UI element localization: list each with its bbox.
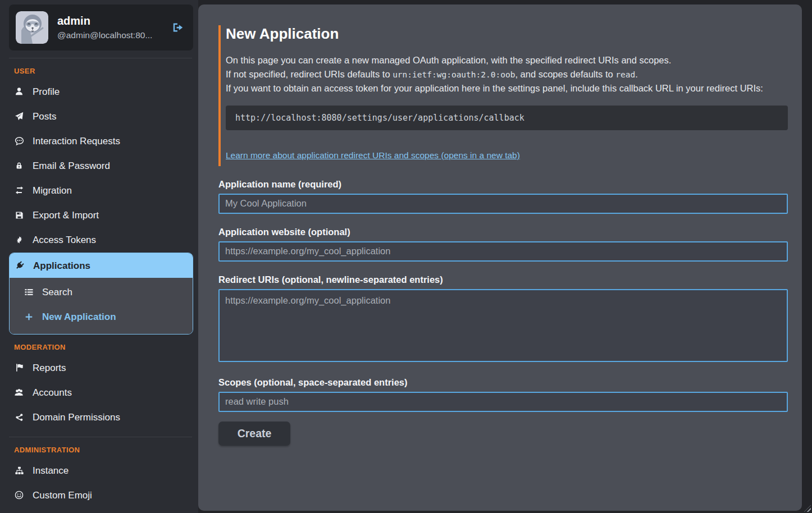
sidebar-item-label: Domain Permissions <box>33 411 120 423</box>
sidebar-item-accounts[interactable]: Accounts <box>9 380 193 405</box>
scopes-label: Scopes (optional, space-separated entrie… <box>218 377 788 388</box>
submenu-item-new-application[interactable]: New Application <box>10 304 193 329</box>
applications-submenu: Search New Application <box>10 278 193 334</box>
right-left-arrows-icon <box>14 186 24 195</box>
intro-line3: If you want to obtain an access token fo… <box>226 81 788 95</box>
page-title: New Application <box>226 25 788 43</box>
redirect-uris-textarea[interactable] <box>218 289 788 362</box>
sitemap-icon <box>14 466 24 475</box>
sidebar-item-label: Custom Emoji <box>33 489 92 501</box>
sidebar-item-email-password[interactable]: Email & Password <box>9 153 193 178</box>
user-handle: @admin@localhost:80... <box>57 30 152 40</box>
face-smile-icon <box>14 491 24 500</box>
submenu-item-search[interactable]: Search <box>10 280 193 304</box>
username: admin <box>57 15 152 28</box>
sidebar-item-label: Posts <box>33 111 57 122</box>
sidebar-item-access-tokens[interactable]: Access Tokens <box>9 227 193 252</box>
sidebar-item-label: Reports <box>33 362 66 374</box>
sidebar-item-posts[interactable]: Posts <box>9 104 193 129</box>
section-header-administration: ADMINISTRATION <box>14 446 193 454</box>
floppy-disk-icon <box>14 211 24 219</box>
sidebar-divider <box>9 437 192 437</box>
intro-line2-text: . <box>635 69 638 79</box>
submenu-item-label: Search <box>42 286 72 298</box>
learn-more-link[interactable]: Learn more about application redirect UR… <box>226 150 520 161</box>
lock-icon <box>14 161 24 170</box>
sidebar-item-profile[interactable]: Profile <box>9 79 193 104</box>
avatar <box>16 11 48 44</box>
list-icon <box>24 288 34 296</box>
sidebar-item-applications[interactable]: Applications <box>10 253 193 278</box>
section-header-moderation: MODERATION <box>14 343 193 351</box>
redirect-uris-label: Redirect URIs (optional, newline-separat… <box>218 274 788 285</box>
sidebar-item-label: Interaction Requests <box>33 135 120 147</box>
intro-line2-text: , and scopes defaults to <box>515 69 615 79</box>
intro-line2-text: If not specified, redirect URIs defaults… <box>226 69 393 79</box>
new-application-form: Application name (required) Application … <box>218 179 788 446</box>
sidebar-item-label: Access Tokens <box>33 234 96 246</box>
users-icon <box>14 388 24 397</box>
callback-url-box: http://localhost:8080/settings/user/appl… <box>226 106 788 130</box>
sidebar-item-label: Migration <box>33 185 72 196</box>
new-application-intro: New Application On this page you can cre… <box>218 25 788 166</box>
sidebar-item-reports[interactable]: Reports <box>9 355 193 380</box>
settings-sidebar: admin @admin@localhost:80... USER Profil… <box>0 0 198 513</box>
sidebar-item-label: Accounts <box>33 387 72 399</box>
logout-icon[interactable] <box>172 21 186 34</box>
flag-icon <box>14 363 24 372</box>
sidebar-item-custom-emoji[interactable]: Custom Emoji <box>9 483 193 507</box>
sidebar-item-label: Profile <box>33 86 60 98</box>
certificate-icon <box>14 236 24 244</box>
window-resize-grip[interactable] <box>804 505 811 512</box>
sidebar-item-domain-permissions[interactable]: Domain Permissions <box>9 405 193 429</box>
application-website-input[interactable] <box>218 241 788 262</box>
intro-line2: If not specified, redirect URIs defaults… <box>226 67 788 82</box>
intro-line1: On this page you can create a new manage… <box>226 53 788 67</box>
applications-group: Applications Search New Application <box>9 253 193 335</box>
application-website-label: Application website (optional) <box>218 227 788 237</box>
scopes-input[interactable] <box>218 392 788 412</box>
section-header-user: USER <box>14 67 193 75</box>
sidebar-item-label: Applications <box>33 260 90 272</box>
inline-code-read: read <box>615 70 635 79</box>
inline-code-oob: urn:ietf:wg:oauth:2.0:oob <box>393 70 515 79</box>
user-info: admin @admin@localhost:80... <box>57 15 152 40</box>
sidebar-item-label: Export & Import <box>33 209 99 221</box>
submenu-item-label: New Application <box>42 311 116 323</box>
application-name-input[interactable] <box>218 194 788 214</box>
share-nodes-icon <box>14 413 24 422</box>
sidebar-item-migration[interactable]: Migration <box>9 178 193 203</box>
user-card[interactable]: admin @admin@localhost:80... <box>9 4 193 51</box>
sidebar-item-interaction-requests[interactable]: Interaction Requests <box>9 129 193 153</box>
sidebar-item-label: Instance <box>33 465 69 477</box>
application-name-label: Application name (required) <box>218 179 788 190</box>
settings-main-panel: New Application On this page you can cre… <box>198 4 802 511</box>
comment-dots-icon <box>14 136 24 146</box>
plug-icon <box>15 261 25 270</box>
sidebar-item-export-import[interactable]: Export & Import <box>9 203 193 227</box>
plus-icon <box>24 313 34 321</box>
create-button[interactable]: Create <box>218 422 290 446</box>
sidebar-item-instance[interactable]: Instance <box>9 458 193 483</box>
sidebar-divider <box>9 58 192 58</box>
sidebar-item-label: Email & Password <box>33 160 110 172</box>
user-icon <box>14 87 24 96</box>
paper-plane-icon <box>14 112 24 121</box>
sidebar-item-actions[interactable]: Actions <box>9 507 193 513</box>
